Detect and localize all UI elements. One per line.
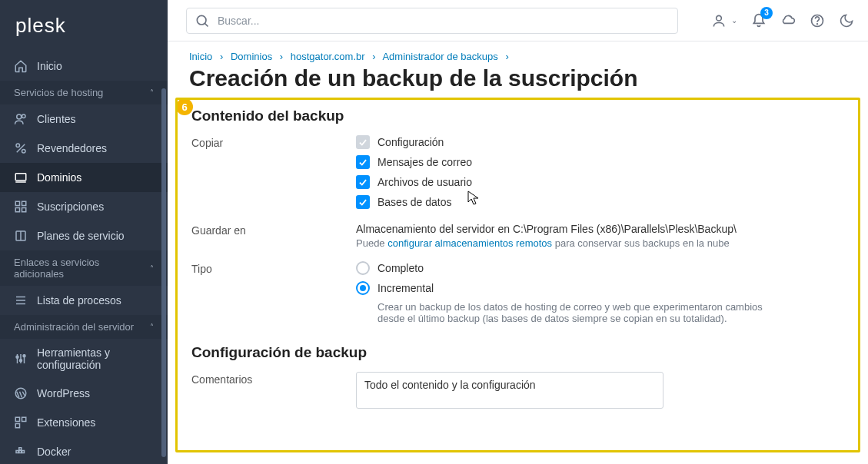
- page-title: Creación de un backup de la suscripción: [168, 65, 868, 98]
- nav-section-links[interactable]: Enlaces a servicios adicionales ˄: [0, 250, 168, 286]
- nav-service-plans-label: Planes de servicio: [37, 230, 125, 242]
- main-area: ⌄ 3 Inicio › Dominios › hostgator.com.br…: [168, 0, 868, 464]
- chk-files-label: Archivos de usuario: [377, 176, 472, 188]
- users-icon: [14, 112, 28, 126]
- nav-subscriptions[interactable]: Suscripciones: [0, 192, 168, 221]
- nav-process-list-label: Lista de procesos: [37, 294, 121, 307]
- nav-extensions-label: Extensiones: [37, 416, 95, 429]
- section-backup-config-heading: Configuración de backup: [191, 344, 844, 361]
- svg-rect-26: [16, 451, 18, 453]
- section-backup-content-heading: Contenido del backup: [191, 108, 844, 124]
- help-icon[interactable]: [810, 13, 825, 28]
- sidebar-scrollbar[interactable]: [161, 88, 166, 457]
- svg-rect-27: [19, 451, 22, 453]
- row-comments: Comentarios: [191, 372, 844, 411]
- crumb-backup-admin[interactable]: Administrador de backups: [382, 51, 497, 62]
- nav-resellers[interactable]: Revendedores: [0, 134, 168, 163]
- sliders-icon: [14, 352, 28, 366]
- breadcrumb: Inicio › Dominios › hostgator.com.br › A…: [168, 41, 868, 65]
- chk-config: Configuración: [356, 135, 844, 149]
- brand-logo: plesk: [0, 0, 168, 51]
- chevron-right-icon: ›: [280, 51, 283, 62]
- chk-db-label: Bases de datos: [377, 196, 452, 208]
- crumb-domain-name[interactable]: hostgator.com.br: [291, 51, 365, 62]
- monitor-icon: [14, 171, 28, 184]
- search-box[interactable]: [186, 8, 678, 34]
- search-icon: [195, 13, 210, 28]
- svg-point-32: [717, 15, 722, 21]
- store-sub-post: para conservar sus backups en la nube: [552, 237, 730, 249]
- nav-docker[interactable]: Docker: [0, 437, 168, 464]
- nav-wordpress[interactable]: WordPress: [0, 379, 168, 408]
- topbar-right: ⌄ 3: [711, 13, 854, 28]
- label-comments: Comentarios: [191, 372, 356, 386]
- checkbox-checked-icon[interactable]: [356, 195, 370, 209]
- chk-config-label: Configuración: [377, 136, 444, 148]
- chk-mail[interactable]: Mensajes de correo: [356, 155, 844, 169]
- sidebar: plesk Inicio Servicios de hosting ˄ Clie…: [0, 0, 168, 464]
- radio-incremental[interactable]: Incremental: [356, 281, 844, 295]
- comments-textarea[interactable]: [356, 372, 663, 409]
- highlight-box: 6 Contenido del backup Copiar Configurac…: [175, 98, 860, 452]
- chevron-right-icon: ›: [220, 51, 223, 62]
- theme-icon[interactable]: [839, 13, 854, 28]
- nav-resellers-label: Revendedores: [37, 142, 107, 154]
- svg-rect-23: [15, 417, 19, 421]
- svg-point-3: [16, 144, 20, 147]
- nav-domains-label: Dominios: [37, 171, 81, 184]
- svg-point-20: [20, 360, 22, 362]
- chk-db[interactable]: Bases de datos: [356, 195, 844, 209]
- radio-checked-icon[interactable]: [356, 281, 370, 295]
- label-store: Guardar en: [191, 223, 356, 237]
- checkbox-checked-icon[interactable]: [356, 175, 370, 189]
- nav-domains[interactable]: Dominios: [0, 163, 168, 192]
- chevron-up-icon: ˄: [150, 264, 154, 273]
- crumb-domains[interactable]: Dominios: [231, 51, 272, 62]
- store-value: Almacenamiento del servidor en C:\Progra…: [356, 223, 844, 235]
- nav-clients[interactable]: Clientes: [0, 104, 168, 134]
- row-copy: Copiar Configuración Mensajes de correo: [191, 135, 844, 215]
- bell-icon[interactable]: 3: [751, 13, 767, 28]
- nav-tools[interactable]: Herramientas y configuración: [0, 339, 168, 379]
- radio-incremental-label: Incremental: [377, 282, 434, 294]
- docker-icon: [14, 445, 28, 459]
- store-sub-link[interactable]: configurar almacenamientos remotos: [387, 237, 552, 249]
- nav-section-hosting[interactable]: Servicios de hosting ˄: [0, 81, 168, 104]
- radio-unchecked-icon[interactable]: [356, 261, 370, 275]
- nav-process-list[interactable]: Lista de procesos: [0, 286, 168, 315]
- nav-wordpress-label: WordPress: [37, 387, 90, 399]
- label-copy: Copiar: [191, 135, 356, 149]
- nav-clients-label: Clientes: [37, 113, 76, 125]
- radio-full-label: Completo: [377, 262, 424, 274]
- grid-icon: [14, 200, 28, 214]
- chk-files[interactable]: Archivos de usuario: [356, 175, 844, 189]
- chevron-right-icon: ›: [505, 51, 508, 62]
- cloud-icon[interactable]: [780, 13, 796, 28]
- label-type: Tipo: [191, 261, 356, 275]
- svg-rect-5: [15, 174, 26, 181]
- chevron-down-icon: ⌄: [731, 16, 737, 25]
- nav-home-label: Inicio: [37, 60, 62, 72]
- svg-point-21: [23, 355, 25, 357]
- svg-rect-28: [22, 451, 25, 453]
- home-icon: [14, 59, 28, 73]
- nav-section-admin[interactable]: Administración del servidor ˄: [0, 315, 168, 339]
- nav-service-plans[interactable]: Planes de servicio: [0, 221, 168, 250]
- store-sub: Puede configurar almacenamientos remotos…: [356, 237, 844, 249]
- chevron-up-icon: ˄: [150, 88, 154, 97]
- nav-section-links-label: Enlaces a servicios adicionales: [14, 257, 150, 280]
- chevron-up-icon: ˄: [150, 323, 154, 331]
- nav-docker-label: Docker: [37, 446, 71, 458]
- user-menu-icon[interactable]: [711, 13, 727, 28]
- nav-home[interactable]: Inicio: [0, 51, 168, 81]
- svg-point-19: [16, 356, 18, 358]
- svg-rect-24: [22, 417, 26, 421]
- puzzle-icon: [14, 416, 28, 429]
- search-input[interactable]: [218, 15, 670, 27]
- radio-full[interactable]: Completo: [356, 261, 844, 275]
- row-store: Guardar en Almacenamiento del servidor e…: [191, 223, 844, 249]
- percent-icon: [14, 141, 28, 155]
- checkbox-checked-icon[interactable]: [356, 155, 370, 169]
- nav-extensions[interactable]: Extensiones: [0, 408, 168, 437]
- crumb-home[interactable]: Inicio: [189, 51, 212, 62]
